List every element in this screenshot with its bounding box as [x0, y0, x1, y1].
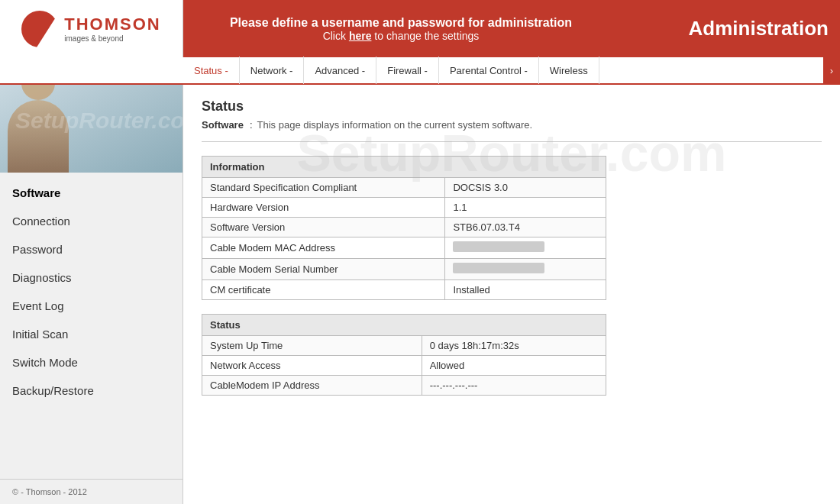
content-area: SetupRouter.com Status Software : This p… — [183, 85, 840, 504]
row-value: 1.1 — [445, 198, 606, 218]
row-value: 0 days 18h:17m:32s — [422, 336, 606, 356]
subtitle-desc: This page displays information on the cu… — [257, 119, 533, 131]
banner: Please define a username and password fo… — [183, 0, 619, 57]
sidebar-item-switch-mode[interactable]: Switch Mode — [0, 348, 183, 376]
row-label: CableModem IP Address — [202, 376, 422, 396]
row-label: System Up Time — [202, 336, 422, 356]
sidebar: SetupRouter.com Software Connection Pass… — [0, 85, 183, 504]
row-label: Software Version — [202, 218, 445, 237]
page-subtitle: Software : This page displays informatio… — [202, 119, 822, 131]
banner-link[interactable]: Click here to change the settings — [323, 30, 480, 42]
admin-header: Administration — [619, 0, 840, 57]
row-value: Installed — [445, 280, 606, 300]
info-section-header-row: Information — [202, 157, 606, 178]
sidebar-item-connection[interactable]: Connection — [0, 207, 183, 235]
sidebar-item-initial-scan[interactable]: Initial Scan — [0, 320, 183, 348]
row-label: CM certificate — [202, 280, 445, 300]
logo-area: THOMSON images & beyond — [0, 0, 183, 57]
row-label: Cable Modem Serial Number — [202, 259, 445, 280]
row-value: STB6.07.03.T4 — [445, 218, 606, 237]
info-table: Information Standard Specification Compl… — [202, 156, 606, 300]
row-value-redacted — [445, 237, 606, 259]
nav-network[interactable]: Network - — [240, 57, 305, 84]
nav-firewall[interactable]: Firewall - — [376, 57, 439, 84]
main-layout: SetupRouter.com Software Connection Pass… — [0, 85, 840, 504]
row-value: DOCSIS 3.0 — [445, 178, 606, 198]
sidebar-item-backup-restore[interactable]: Backup/Restore — [0, 376, 183, 405]
sidebar-item-software[interactable]: Software — [0, 179, 183, 207]
row-label: Cable Modem MAC Address — [202, 237, 445, 259]
table-row: Standard Specification Compliant DOCSIS … — [202, 178, 606, 198]
table-row: Hardware Version 1.1 — [202, 198, 606, 218]
row-value: Allowed — [422, 356, 606, 376]
header: THOMSON images & beyond Please define a … — [0, 0, 840, 57]
nav-status[interactable]: Status - — [183, 57, 240, 84]
table-row: Network Access Allowed — [202, 356, 606, 376]
table-row: System Up Time 0 days 18h:17m:32s — [202, 336, 606, 356]
table-row: CM certificate Installed — [202, 280, 606, 300]
nav-wireless[interactable]: Wireless — [539, 57, 599, 84]
table-row: CableModem IP Address ---.---.---.--- — [202, 376, 606, 396]
subtitle-label: Software — [202, 119, 244, 131]
status-table: Status System Up Time 0 days 18h:17m:32s… — [202, 314, 606, 396]
nav-parental-control[interactable]: Parental Control - — [439, 57, 539, 84]
sidebar-watermark: SetupRouter.com — [15, 108, 183, 134]
row-label: Network Access — [202, 356, 422, 376]
row-label: Hardware Version — [202, 198, 445, 218]
table-row: Software Version STB6.07.03.T4 — [202, 218, 606, 237]
row-label: Standard Specification Compliant — [202, 178, 445, 198]
nav-advanced[interactable]: Advanced - — [304, 57, 376, 84]
status-section-header: Status — [202, 315, 606, 336]
sidebar-footer: © - Thomson - 2012 — [0, 479, 183, 504]
admin-title: Administration — [689, 17, 829, 40]
banner-text: Please define a username and password fo… — [230, 16, 572, 30]
nav-scroll-right[interactable]: › — [823, 57, 840, 84]
sidebar-item-event-log[interactable]: Event Log — [0, 292, 183, 320]
table-row: Cable Modem MAC Address — [202, 237, 606, 259]
status-section-header-row: Status — [202, 315, 606, 336]
sidebar-image: SetupRouter.com — [0, 85, 183, 173]
navbar: Status - Network - Advanced - Firewall -… — [0, 57, 840, 85]
info-section-header: Information — [202, 157, 606, 178]
logo-main: THOMSON — [64, 15, 160, 34]
sidebar-items: Software Connection Password Diagnostics… — [0, 173, 183, 479]
row-value-redacted — [445, 259, 606, 280]
table-row: Cable Modem Serial Number — [202, 259, 606, 280]
page-title: Status — [202, 99, 822, 115]
logo-sub: images & beyond — [64, 34, 160, 43]
sidebar-item-diagnostics[interactable]: Diagnostics — [0, 263, 183, 292]
sidebar-item-password[interactable]: Password — [0, 235, 183, 263]
divider — [202, 141, 822, 142]
row-value: ---.---.---.--- — [422, 376, 606, 396]
banner-link-anchor[interactable]: here — [349, 30, 372, 42]
